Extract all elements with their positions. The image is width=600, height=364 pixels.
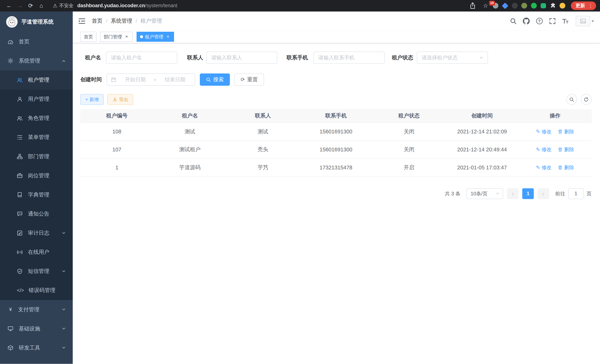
- site-security[interactable]: ⚠ 不安全: [53, 2, 74, 9]
- extension-green-circle[interactable]: [530, 2, 537, 9]
- edit-link[interactable]: ✎修改: [536, 146, 552, 153]
- extensions-puzzle-icon[interactable]: [550, 2, 556, 9]
- share-icon[interactable]: [466, 2, 479, 9]
- sidebar-item-dept[interactable]: 部门管理: [0, 147, 73, 166]
- user-avatar[interactable]: [576, 16, 590, 27]
- contact-input[interactable]: [206, 52, 278, 64]
- bookmark-star-icon[interactable]: ☆: [482, 1, 489, 10]
- fullscreen-icon[interactable]: [546, 18, 559, 25]
- cell-tenant-id: 1: [80, 165, 153, 171]
- avatar-caret-icon[interactable]: ▾: [592, 19, 596, 24]
- sidebar-item-user[interactable]: 用户管理: [0, 90, 73, 109]
- reload-icon[interactable]: ⟳: [25, 1, 36, 10]
- refresh-table-button[interactable]: [581, 94, 592, 105]
- column-header: 创建时间: [445, 112, 519, 120]
- close-tab-icon[interactable]: ×: [165, 34, 171, 39]
- delete-link[interactable]: 删除: [558, 146, 574, 153]
- dashboard-icon: [8, 39, 13, 45]
- sidebar-item-home[interactable]: 首页: [0, 32, 73, 51]
- cell-phone: 15601691300: [300, 147, 373, 153]
- breadcrumb-separator: /: [136, 18, 137, 24]
- page-number-button[interactable]: 1: [522, 188, 534, 199]
- cell-created: 2021-12-14 21:02:09: [445, 129, 519, 135]
- sidebar-item-online-user[interactable]: 在线用户: [0, 243, 73, 262]
- table-header-row: 租户编号 租户名 联系人 联系手机 租户状态 创建时间 操作: [80, 109, 592, 123]
- message-icon: [17, 211, 23, 217]
- sidebar-item-dict[interactable]: 字典管理: [0, 185, 73, 204]
- phone-input[interactable]: [313, 52, 384, 64]
- breadcrumb-current: 租户管理: [141, 17, 162, 25]
- sidebar-item-pay[interactable]: ¥ 支付管理: [0, 300, 73, 319]
- chrome-update-button[interactable]: 更新 ⋮: [571, 1, 596, 10]
- status-label: 租户状态: [392, 54, 413, 61]
- toggle-search-button[interactable]: [566, 94, 577, 105]
- forward-icon[interactable]: →: [14, 1, 25, 10]
- org-tree-icon: [17, 154, 23, 159]
- font-size-icon[interactable]: [559, 18, 572, 25]
- sidebar-item-label: 租户管理: [28, 76, 49, 84]
- delete-link[interactable]: 删除: [558, 128, 574, 135]
- tab-tenant[interactable]: 租户管理 ×: [137, 32, 174, 42]
- sidebar-item-label: 岗位管理: [28, 172, 49, 179]
- tenant-name-input[interactable]: [106, 52, 177, 64]
- sidebar-item-label: 部门管理: [28, 153, 49, 160]
- extension-blue-diamond[interactable]: [502, 2, 508, 9]
- tenant-name-label: 租户名: [80, 54, 101, 61]
- breadcrumb-home[interactable]: 首页: [92, 17, 103, 25]
- sidebar-logo[interactable]: 芋道管理系统: [0, 11, 73, 32]
- sidebar-item-dev-tools[interactable]: 研发工具: [0, 338, 73, 357]
- edit-icon: ✎: [536, 129, 540, 134]
- sidebar-item-sms[interactable]: 短信管理: [0, 262, 73, 281]
- trash-icon: [558, 129, 563, 134]
- github-icon[interactable]: [520, 18, 533, 25]
- sidebar-item-post[interactable]: 岗位管理: [0, 166, 73, 185]
- date-range-picker[interactable]: 开始日期 - 结束日期: [107, 74, 195, 86]
- sidebar-item-error-code[interactable]: </> 错误码管理: [0, 281, 73, 300]
- breadcrumb: 首页 / 系统管理 / 租户管理: [92, 17, 162, 25]
- export-button[interactable]: 导出: [107, 94, 133, 105]
- goto-page-input[interactable]: [568, 188, 584, 199]
- delete-link[interactable]: 删除: [558, 164, 574, 171]
- extension-dark-circle[interactable]: [511, 2, 518, 9]
- next-page-button[interactable]: ›: [538, 188, 549, 199]
- back-icon[interactable]: ←: [4, 1, 15, 10]
- add-button[interactable]: + 新增: [80, 94, 104, 105]
- sidebar-item-infra[interactable]: 基础设施: [0, 319, 73, 338]
- extension-olive-circle[interactable]: [521, 2, 528, 9]
- breadcrumb-section[interactable]: 系统管理: [111, 17, 132, 25]
- collapse-sidebar-icon[interactable]: [78, 17, 86, 25]
- home-icon[interactable]: ⌂: [36, 1, 47, 10]
- close-tab-icon[interactable]: ×: [124, 34, 129, 39]
- status-select[interactable]: 请选择租户状态: [417, 52, 488, 64]
- kebab-menu-icon[interactable]: ⋮: [588, 3, 593, 9]
- chevron-down-icon: [62, 231, 66, 235]
- column-header: 联系人: [226, 112, 300, 120]
- start-date-placeholder: 开始日期: [119, 76, 151, 83]
- goto-label: 前往: [555, 190, 565, 197]
- sidebar-item-role[interactable]: 角色管理: [0, 109, 73, 128]
- reset-button[interactable]: ⟳ 重置: [234, 74, 264, 86]
- sidebar-item-menu[interactable]: 菜单管理: [0, 128, 73, 147]
- sidebar-item-audit-log[interactable]: 审计日志: [0, 224, 73, 243]
- extension-with-badge[interactable]: 10: [492, 2, 499, 9]
- search-button[interactable]: 搜索: [200, 74, 230, 86]
- book-icon: [17, 192, 23, 198]
- monitor-icon: [8, 326, 13, 332]
- users-icon: [17, 115, 23, 121]
- header-search-icon[interactable]: [507, 18, 520, 25]
- sidebar-item-system[interactable]: 系统管理: [0, 51, 73, 70]
- sidebar-item-tenant[interactable]: 租户管理: [0, 71, 73, 90]
- tab-home[interactable]: 首页: [80, 32, 96, 42]
- sidebar-item-notice[interactable]: 通知公告: [0, 204, 73, 223]
- extension-green-square[interactable]: [540, 2, 547, 9]
- prev-page-button[interactable]: ‹: [507, 188, 519, 199]
- page-size-select[interactable]: 10条/页: [466, 188, 503, 199]
- sidebar-item-label: 错误码管理: [28, 287, 55, 294]
- edit-link[interactable]: ✎修改: [536, 164, 552, 171]
- edit-link[interactable]: ✎修改: [536, 128, 552, 135]
- tab-dept[interactable]: 部门管理 ×: [100, 32, 133, 42]
- address-bar[interactable]: dashboard.yudao.iocoder.cn /system/tenan…: [77, 3, 177, 9]
- refresh-icon: [584, 97, 589, 102]
- profile-avatar[interactable]: [559, 2, 566, 9]
- help-icon[interactable]: ?: [533, 18, 546, 24]
